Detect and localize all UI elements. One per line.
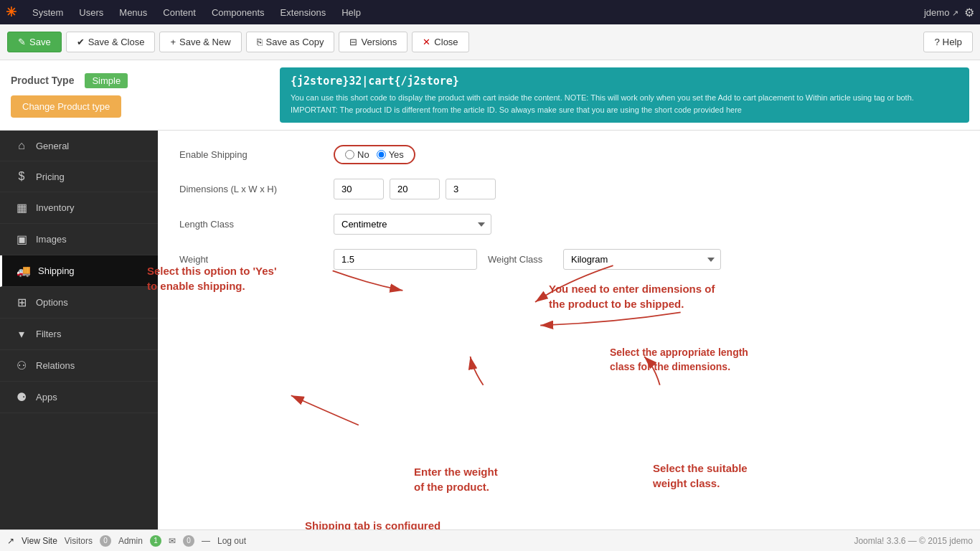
sidebar-item-pricing[interactable]: $ Pricing (0, 161, 158, 192)
sidebar-item-inventory[interactable]: ▦ Inventory (0, 192, 158, 224)
product-top-section: Product Type Simple Change Product type … (0, 60, 980, 131)
shipping-icon: 🚚 (17, 264, 31, 278)
view-site-link[interactable]: View Site (22, 536, 57, 546)
radio-yes-label[interactable]: Yes (377, 149, 404, 160)
dollar-icon: $ (14, 170, 29, 183)
sidebar: ⌂ General $ Pricing ▦ Inventory ▣ Images… (0, 131, 158, 529)
sidebar-label-apps: Apps (36, 392, 57, 402)
sidebar-item-images[interactable]: ▣ Images (0, 224, 158, 255)
radio-no-text: No (357, 149, 369, 160)
email-count: 0 (183, 535, 194, 547)
nav-help[interactable]: Help (334, 3, 368, 22)
nav-extensions[interactable]: Extensions (273, 3, 334, 22)
sidebar-label-relations: Relations (36, 360, 75, 371)
sidebar-item-shipping[interactable]: 🚚 Shipping (0, 255, 158, 287)
change-product-type-button[interactable]: Change Product type (11, 95, 121, 118)
inventory-icon: ▦ (14, 201, 29, 215)
copy-icon: ⎘ (257, 37, 263, 47)
dimensions-inputs (334, 179, 496, 199)
sidebar-item-filters[interactable]: ▾ Filters (0, 319, 158, 350)
weight-class-select[interactable]: Kilogram Gram Pound Ounce (563, 249, 721, 270)
top-navigation: ✳ System Users Menus Content Components … (0, 0, 980, 24)
admin-label: Admin (118, 536, 143, 546)
length-class-label: Length Class (179, 219, 323, 230)
sidebar-label-pricing: Pricing (36, 171, 65, 182)
filters-icon: ▾ (14, 327, 29, 341)
form-area: Enable Shipping No Yes Dimensi (158, 131, 980, 529)
view-site-icon: ↗ (7, 536, 14, 546)
length-class-row: Length Class Centimetre Inch Millimetre … (179, 214, 958, 235)
versions-button[interactable]: ⊟ Versions (339, 32, 407, 52)
nav-content[interactable]: Content (156, 3, 203, 22)
options-icon: ⊞ (14, 296, 29, 309)
logout-link[interactable]: Log out (217, 536, 246, 546)
save-new-button[interactable]: + Save & New (159, 32, 241, 52)
gear-icon[interactable]: ⚙ (964, 6, 974, 19)
shortcode-box: {j2store}32|cart{/j2store} You can use t… (280, 67, 969, 123)
nav-users[interactable]: Users (72, 3, 110, 22)
relations-icon: ⚇ (14, 359, 29, 372)
help-icon: ? (934, 37, 939, 47)
shortcode-description: You can use this short code to display t… (291, 92, 958, 116)
save-icon: ✎ (18, 37, 26, 47)
sidebar-label-inventory: Inventory (36, 202, 74, 213)
nav-system[interactable]: System (25, 3, 70, 22)
separator: — (202, 536, 210, 546)
sidebar-item-general[interactable]: ⌂ General (0, 131, 158, 161)
images-icon: ▣ (14, 232, 29, 246)
shortcode-value: {j2store}32|cart{/j2store} (291, 75, 958, 88)
visitors-count: 0 (100, 535, 111, 547)
joomla-logo: ✳ (6, 4, 17, 20)
sidebar-label-options: Options (36, 297, 68, 308)
weight-label: Weight (179, 254, 323, 265)
dimension-l-input[interactable] (334, 179, 384, 199)
nav-components[interactable]: Components (204, 3, 272, 22)
product-type-section: Product Type Simple Change Product type (11, 67, 269, 123)
weight-input[interactable] (334, 249, 477, 270)
radio-yes-text: Yes (389, 149, 404, 160)
visitors-label: Visitors (65, 536, 93, 546)
versions-icon: ⊟ (349, 37, 357, 47)
sidebar-item-relations[interactable]: ⚇ Relations (0, 350, 158, 382)
home-icon: ⌂ (14, 139, 29, 152)
radio-no-label[interactable]: No (345, 149, 369, 160)
version-info: Joomla! 3.3.6 — © 2015 jdemo (854, 536, 973, 546)
email-icon: ✉ (169, 536, 176, 546)
radio-yes-input[interactable] (377, 150, 386, 159)
product-type-badge: Simple (85, 73, 128, 88)
enable-shipping-row: Enable Shipping No Yes (179, 145, 958, 164)
save-copy-button[interactable]: ⎘ Save as Copy (246, 32, 335, 52)
close-icon: ✕ (423, 37, 430, 47)
user-link[interactable]: jdemo ↗ (924, 7, 958, 18)
admin-count: 1 (150, 535, 161, 547)
enable-shipping-radio-group: No Yes (334, 145, 415, 164)
help-button[interactable]: ? Help (923, 32, 973, 52)
sidebar-item-apps[interactable]: ⚈ Apps (0, 382, 158, 413)
weight-class-label: Weight Class (488, 254, 552, 265)
body-area: ⌂ General $ Pricing ▦ Inventory ▣ Images… (0, 131, 980, 529)
sidebar-item-options[interactable]: ⊞ Options (0, 287, 158, 319)
status-bar: ↗ View Site Visitors 0 Admin 1 ✉ 0 — Log… (0, 529, 980, 551)
sidebar-label-filters: Filters (36, 329, 61, 339)
sidebar-label-general: General (36, 141, 69, 151)
dimensions-row: Dimensions (L x W x H) (179, 179, 958, 199)
nav-menus[interactable]: Menus (112, 3, 154, 22)
save-close-button[interactable]: ✔ Save & Close (66, 32, 156, 52)
sidebar-label-images: Images (36, 234, 67, 245)
length-class-select[interactable]: Centimetre Inch Millimetre Foot (334, 214, 491, 235)
checkmark-icon: ✔ (77, 37, 85, 47)
plus-icon: + (170, 37, 176, 47)
save-button[interactable]: ✎ Save (7, 32, 62, 52)
weight-row: Weight Weight Class Kilogram Gram Pound … (179, 249, 958, 270)
dimension-w-input[interactable] (390, 179, 440, 199)
radio-no-input[interactable] (345, 150, 354, 159)
product-type-label: Product Type (11, 75, 74, 86)
enable-shipping-label: Enable Shipping (179, 149, 323, 160)
close-button[interactable]: ✕ Close (412, 32, 468, 52)
dimensions-label: Dimensions (L x W x H) (179, 184, 323, 194)
apps-icon: ⚈ (14, 390, 29, 404)
toolbar: ✎ Save ✔ Save & Close + Save & New ⎘ Sav… (0, 24, 980, 60)
sidebar-label-shipping: Shipping (38, 265, 75, 276)
dimension-h-input[interactable] (446, 179, 496, 199)
